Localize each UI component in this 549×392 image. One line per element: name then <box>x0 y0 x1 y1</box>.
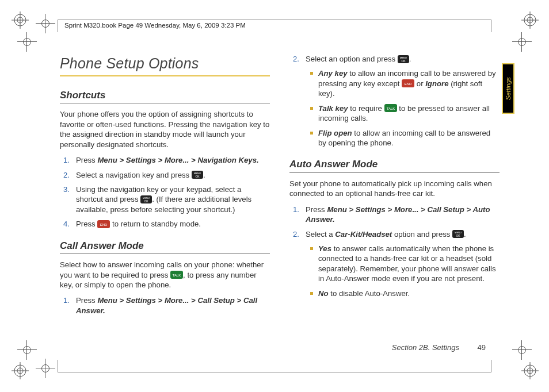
aam-options: Yes to answer calls automatically when t… <box>306 244 500 298</box>
svg-text:OK: OK <box>456 234 460 237</box>
opt-flip-label: Flip open <box>318 129 352 137</box>
title-rule <box>60 75 270 76</box>
menu-ok-key-icon: MENUOK <box>452 230 464 238</box>
cam-step-1: 1. Press Menu > Settings > More... > Cal… <box>60 295 270 316</box>
talk-key-icon: TALK <box>170 271 183 279</box>
aam-paragraph: Set your phone to automatically pick up … <box>289 179 500 199</box>
step-2: 2. Select a navigation key and press MEN… <box>60 170 270 180</box>
opt-no-a: to disable Auto-Answer. <box>329 289 410 298</box>
aam-step-2: 2. Select a Car-Kit/Headset option and p… <box>289 229 500 299</box>
opt-any-b: or <box>414 79 425 88</box>
aam-step-1-path: Menu > Settings > More... > Call Setup >… <box>306 205 490 224</box>
cam-steps-cont: 2. Select an option and press MENUOK. An… <box>289 54 500 148</box>
end-key-icon: END <box>402 79 414 87</box>
registration-mark-icon <box>521 11 539 29</box>
opt-yes: Yes to answer calls automatically when t… <box>306 244 500 284</box>
header-stamp: Sprint M320.book Page 49 Wednesday, May … <box>64 22 246 29</box>
crop-mark-icon <box>36 14 55 33</box>
svg-text:TALK: TALK <box>386 107 395 110</box>
svg-text:OK: OK <box>401 59 406 63</box>
step-3: 3. Using the navigation key or your keyp… <box>60 185 270 214</box>
side-tab-label: Settings <box>505 77 512 100</box>
heading-shortcuts: Shortcuts <box>60 89 270 103</box>
registration-mark-icon <box>12 11 29 29</box>
end-key-icon: END <box>97 220 110 228</box>
page-body: Phone Setup Options Shortcuts Your phone… <box>60 54 500 340</box>
cam-step-1-path: Menu > Settings > More... > Call Setup >… <box>76 296 257 314</box>
crop-mark-icon <box>512 32 532 52</box>
left-column: Phone Setup Options Shortcuts Your phone… <box>60 54 270 340</box>
aam-step-2-c: . <box>464 230 466 239</box>
crop-mark-icon <box>17 340 37 360</box>
crop-mark-icon <box>512 340 532 360</box>
cam-options: Any key to allow an incoming call to be … <box>306 68 500 148</box>
aam-step-2-a: Select a <box>306 230 335 239</box>
step-4: 4. Press END to return to standby mode. <box>60 219 270 229</box>
step-1-path: Menu > Settings > More... > Navigation K… <box>97 156 258 164</box>
step-4-b: to return to standby mode. <box>110 220 201 228</box>
opt-any-ignore: Ignore <box>425 79 448 88</box>
menu-ok-key-icon: MENUOK <box>140 195 152 203</box>
opt-no-label: No <box>318 289 329 298</box>
footer-frame <box>58 360 491 372</box>
opt-talk-a: to require <box>348 104 384 113</box>
svg-text:END: END <box>405 82 412 86</box>
opt-yes-a: to answer calls automatically when the p… <box>318 244 496 283</box>
opt-any-key: Any key to allow an incoming call to be … <box>306 68 500 98</box>
menu-ok-key-icon: MENUOK <box>398 55 409 63</box>
cam-step-2-a: Select an option and press <box>306 55 398 63</box>
shortcuts-steps: 1. Press Menu > Settings > More... > Nav… <box>60 155 270 229</box>
registration-mark-icon <box>521 362 539 379</box>
page-title: Phone Setup Options <box>60 54 270 73</box>
cam-steps: 1. Press Menu > Settings > More... > Cal… <box>60 295 270 316</box>
registration-mark-icon <box>12 362 29 379</box>
cam-paragraph: Select how to answer incoming calls on y… <box>60 260 270 290</box>
page-footer: Section 2B. Settings 49 <box>392 343 486 352</box>
opt-yes-label: Yes <box>318 244 331 253</box>
step-4-a: Press <box>76 220 97 228</box>
opt-flip-open: Flip open to allow an incoming call to b… <box>306 128 500 148</box>
footer-section: Section 2B. Settings <box>392 343 459 352</box>
step-1: 1. Press Menu > Settings > More... > Nav… <box>60 155 270 165</box>
cam-step-2: 2. Select an option and press MENUOK. An… <box>289 54 500 148</box>
crop-mark-icon <box>17 32 37 52</box>
side-tab-settings: Settings <box>502 63 514 114</box>
cam-step-1-a: Press <box>76 296 97 305</box>
svg-text:OK: OK <box>144 199 149 203</box>
aam-step-1-a: Press <box>306 205 327 214</box>
opt-talk-label: Talk key <box>318 104 348 113</box>
aam-step-1: 1. Press Menu > Settings > More... > Cal… <box>289 205 500 225</box>
aam-step-2-carkit: Car-Kit/Headset <box>335 230 392 239</box>
heading-call-answer-mode: Call Answer Mode <box>60 240 270 254</box>
step-1-a: Press <box>76 156 97 164</box>
step-2-a: Select a navigation key and press <box>76 171 192 179</box>
svg-text:OK: OK <box>195 175 200 178</box>
opt-any-label: Any key <box>318 69 348 78</box>
heading-auto-answer-mode: Auto Answer Mode <box>289 158 500 172</box>
footer-page-number: 49 <box>478 343 486 352</box>
opt-no: No to disable Auto-Answer. <box>306 289 500 298</box>
crop-mark-icon <box>36 359 55 378</box>
step-2-b: . <box>203 171 205 179</box>
aam-steps: 1. Press Menu > Settings > More... > Cal… <box>289 205 500 298</box>
svg-text:END: END <box>100 223 108 226</box>
opt-talk-key: Talk key to require TALK to be pressed t… <box>306 103 500 124</box>
cam-step-2-b: . <box>409 55 411 63</box>
shortcuts-paragraph: Your phone offers you the option of assi… <box>60 109 270 149</box>
aam-step-2-b: option and press <box>392 230 452 239</box>
svg-text:TALK: TALK <box>173 274 181 277</box>
menu-ok-key-icon: MENUOK <box>192 171 203 179</box>
right-column: 2. Select an option and press MENUOK. An… <box>289 54 500 340</box>
talk-key-icon: TALK <box>384 104 397 112</box>
